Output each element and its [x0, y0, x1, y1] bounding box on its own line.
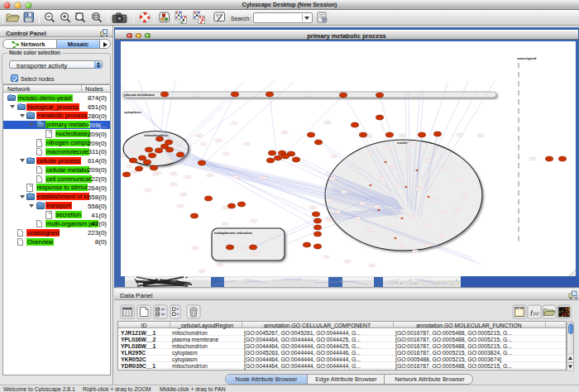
svg-text:1:1: 1:1 [94, 15, 98, 18]
svg-text:unassigned: unassigned [517, 56, 537, 60]
svg-text:endoplasmic reticulum: endoplasmic reticulum [214, 231, 252, 235]
svg-text:(x): (x) [534, 311, 539, 316]
